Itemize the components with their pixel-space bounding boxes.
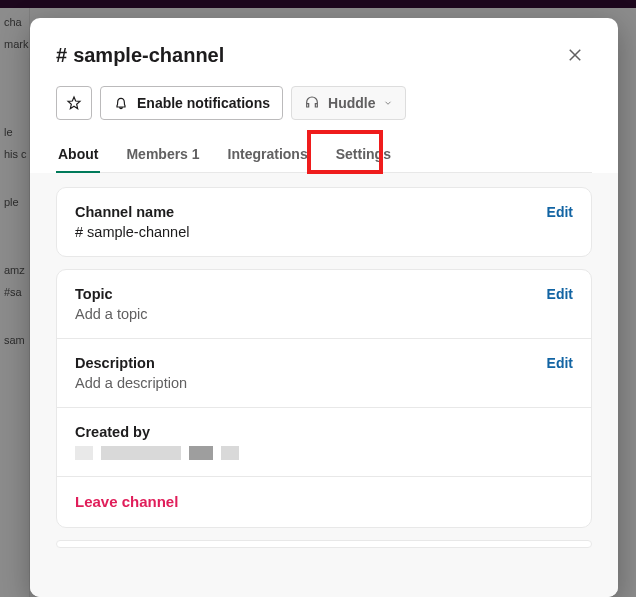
close-button[interactable] [558,38,592,72]
description-value: Add a description [75,375,573,391]
close-icon [566,46,584,64]
huddle-label: Huddle [328,95,375,111]
tab-bar: About Members 1 Integrations Settings [56,138,592,173]
channel-name-text: sample-channel [73,44,224,67]
tab-members[interactable]: Members 1 [124,138,201,172]
star-icon [66,95,82,111]
tab-integrations[interactable]: Integrations [226,138,310,172]
star-button[interactable] [56,86,92,120]
edit-description[interactable]: Edit [547,355,573,371]
channel-name-title: Channel name [75,204,573,220]
enable-notifications-button[interactable]: Enable notifications [100,86,283,120]
created-by-value-redacted [75,446,573,460]
edit-topic[interactable]: Edit [547,286,573,302]
tab-settings[interactable]: Settings [334,138,393,172]
description-title: Description [75,355,573,371]
topic-value: Add a topic [75,306,573,322]
channel-title: # sample-channel [56,44,224,67]
leave-channel-button[interactable]: Leave channel [75,493,178,510]
tab-about[interactable]: About [56,138,100,172]
bell-icon [113,95,129,111]
huddle-button[interactable]: Huddle [291,86,406,120]
chevron-down-icon [383,98,393,108]
edit-channel-name[interactable]: Edit [547,204,573,220]
channel-details-modal: # sample-channel Enable notifications Hu… [30,18,618,597]
notifications-label: Enable notifications [137,95,270,111]
hash-icon: # [56,44,67,67]
channel-name-value: # sample-channel [75,224,573,240]
channel-name-card: Channel name # sample-channel Edit [56,187,592,257]
headphones-icon [304,95,320,111]
created-by-title: Created by [75,424,573,440]
more-card [56,540,592,548]
details-card: Topic Add a topic Edit Description Add a… [56,269,592,528]
topic-title: Topic [75,286,573,302]
